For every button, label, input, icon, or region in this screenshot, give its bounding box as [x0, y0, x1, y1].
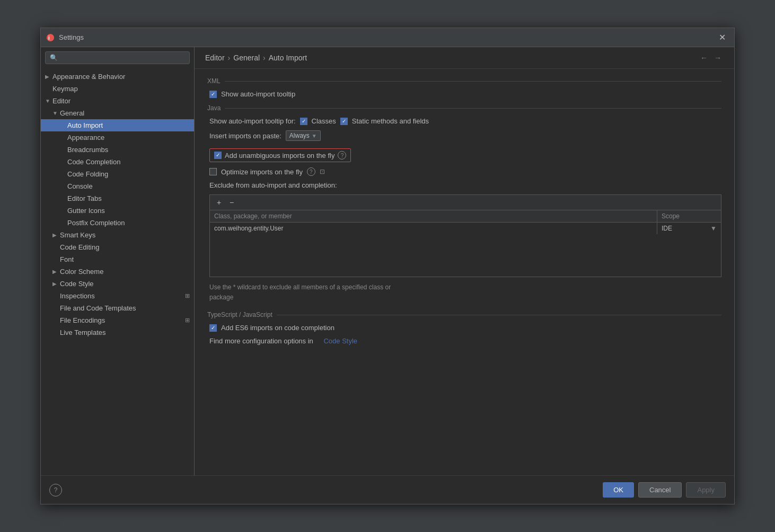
sidebar-item-code-completion[interactable]: Code Completion [41, 156, 194, 168]
sidebar-item-code-editing[interactable]: Code Editing [41, 241, 194, 253]
table-remove-button[interactable]: − [226, 197, 237, 208]
sidebar-item-code-folding[interactable]: Code Folding [41, 168, 194, 180]
sidebar-label: Editor [52, 97, 71, 105]
breadcrumb-editor: Editor [205, 54, 225, 62]
sidebar-item-auto-import[interactable]: Auto Import [41, 119, 194, 131]
table-row[interactable]: com.weihong.entity.User IDE ▼ [210, 223, 721, 234]
breadcrumb-bar: Editor › General › Auto Import ← → [195, 47, 734, 69]
table-cell-class: com.weihong.entity.User [210, 223, 657, 234]
sidebar-item-appearance-behavior[interactable]: ▶ Appearance & Behavior [41, 70, 194, 83]
sidebar-label: Console [67, 182, 93, 190]
add-unambiguous-label: Add unambiguous imports on the fly [225, 152, 334, 159]
search-box[interactable]: 🔍 [45, 51, 190, 64]
sidebar-label: Auto Import [67, 121, 103, 129]
svg-text:i: i [48, 35, 50, 41]
table-empty-area [210, 234, 721, 277]
close-button[interactable]: ✕ [716, 31, 729, 43]
sidebar-item-console[interactable]: Console [41, 180, 194, 192]
sidebar: 🔍 ▶ Appearance & Behavior Keymap ▼ Edito… [41, 47, 195, 475]
typescript-section-label: TypeScript / JavaScript [207, 311, 721, 318]
breadcrumb: Editor › General › Auto Import [205, 54, 307, 62]
optimize-imports-help-icon[interactable]: ? [307, 167, 315, 176]
sidebar-label: Font [60, 255, 74, 263]
search-input[interactable] [60, 54, 185, 61]
breadcrumb-sep: › [263, 54, 266, 62]
insert-imports-value: Always [289, 132, 310, 139]
optimize-imports-row: Optimize imports on the fly ? ⊡ [207, 167, 721, 176]
sidebar-item-file-encodings[interactable]: File Encodings ⊞ [41, 314, 194, 326]
nav-forward-button[interactable]: → [712, 52, 724, 63]
add-es6-checkbox[interactable] [209, 324, 217, 332]
code-style-link[interactable]: Code Style [323, 337, 357, 345]
insert-imports-label: Insert imports on paste: [209, 132, 281, 140]
optimize-imports-link-icon[interactable]: ⊡ [320, 168, 325, 175]
scope-value: IDE [662, 225, 672, 232]
exclude-table: + − Class, package, or member Scope com.… [209, 194, 721, 277]
sidebar-label: Appearance [67, 134, 104, 141]
optimize-imports-checkbox[interactable] [209, 168, 217, 175]
static-checkbox[interactable] [340, 118, 348, 125]
hint-text: Use the * wildcard to exclude all member… [207, 282, 721, 303]
sidebar-label: Color Scheme [60, 268, 103, 276]
sidebar-label: Keymap [52, 85, 78, 93]
sidebar-item-inspections[interactable]: Inspections ⊞ [41, 290, 194, 302]
arrow-icon: ▶ [52, 281, 60, 287]
java-section-label: Java [207, 104, 721, 112]
classes-label: Classes [312, 117, 336, 125]
app-icon: i [46, 33, 55, 42]
sidebar-label: Gutter Icons [67, 207, 105, 215]
add-unambiguous-help-icon[interactable]: ? [338, 151, 346, 159]
insert-imports-row: Insert imports on paste: Always ▼ [207, 130, 721, 141]
sidebar-item-smart-keys[interactable]: ▶ Smart Keys [41, 229, 194, 241]
cancel-button[interactable]: Cancel [638, 482, 682, 498]
sidebar-item-postfix-completion[interactable]: Postfix Completion [41, 217, 194, 229]
bottom-bar: ? OK Cancel Apply [41, 475, 734, 504]
add-unambiguous-checkbox[interactable] [214, 152, 222, 159]
sidebar-item-appearance[interactable]: Appearance [41, 131, 194, 144]
sidebar-item-color-scheme[interactable]: ▶ Color Scheme [41, 265, 194, 278]
arrow-icon: ▼ [52, 110, 60, 116]
help-button[interactable]: ? [49, 484, 62, 496]
ok-button[interactable]: OK [603, 482, 634, 498]
insert-imports-dropdown[interactable]: Always ▼ [286, 130, 321, 141]
optimize-imports-label: Optimize imports on the fly [221, 168, 303, 176]
xml-show-tooltip-checkbox[interactable] [209, 91, 217, 98]
arrow-icon: ▶ [52, 269, 60, 274]
sidebar-item-editor[interactable]: ▼ Editor [41, 95, 194, 107]
sidebar-label: File and Code Templates [60, 304, 136, 312]
find-more-text: Find more configuration options in [209, 337, 313, 345]
apply-button[interactable]: Apply [686, 482, 726, 498]
sidebar-item-breadcrumbs[interactable]: Breadcrumbs [41, 144, 194, 156]
table-add-button[interactable]: + [213, 197, 225, 208]
settings-dialog: i Settings ✕ 🔍 ▶ Appearance & Behavior [40, 28, 735, 504]
dialog-title: Settings [59, 33, 716, 41]
table-header: Class, package, or member Scope [210, 210, 721, 223]
sidebar-label: Smart Keys [60, 231, 95, 239]
java-tooltip-label: Show auto-import tooltip for: [209, 117, 296, 125]
exclude-label: Exclude from auto-import and completion: [209, 181, 337, 189]
scope-dropdown-arrow[interactable]: ▼ [710, 225, 717, 232]
breadcrumb-auto-import: Auto Import [269, 54, 307, 62]
java-tooltip-row: Show auto-import tooltip for: Classes St… [207, 117, 721, 125]
classes-checkbox[interactable] [300, 118, 307, 125]
add-unambiguous-row: Add unambiguous imports on the fly ? [209, 148, 351, 162]
settings-icon: ⊞ [185, 292, 190, 299]
sidebar-label: Editor Tabs [67, 194, 102, 202]
sidebar-item-code-style[interactable]: ▶ Code Style [41, 278, 194, 290]
col-scope-header: Scope [657, 210, 721, 222]
sidebar-item-editor-tabs[interactable]: Editor Tabs [41, 192, 194, 205]
breadcrumb-sep: › [228, 54, 231, 62]
nav-back-button[interactable]: ← [698, 52, 710, 63]
sidebar-item-file-code-templates[interactable]: File and Code Templates [41, 302, 194, 314]
sidebar-item-live-templates[interactable]: Live Templates [41, 326, 194, 339]
sidebar-item-keymap[interactable]: Keymap [41, 83, 194, 95]
sidebar-label: Code Completion [67, 158, 120, 166]
content-area: 🔍 ▶ Appearance & Behavior Keymap ▼ Edito… [41, 47, 734, 475]
sidebar-tree: ▶ Appearance & Behavior Keymap ▼ Editor … [41, 68, 194, 475]
sidebar-label: Inspections [60, 292, 95, 300]
add-es6-row: Add ES6 imports on code completion [207, 324, 721, 332]
sidebar-item-gutter-icons[interactable]: Gutter Icons [41, 205, 194, 217]
sidebar-item-general[interactable]: ▼ General [41, 107, 194, 119]
xml-show-tooltip-label: Show auto-import tooltip [221, 90, 295, 98]
sidebar-item-font[interactable]: Font [41, 253, 194, 265]
